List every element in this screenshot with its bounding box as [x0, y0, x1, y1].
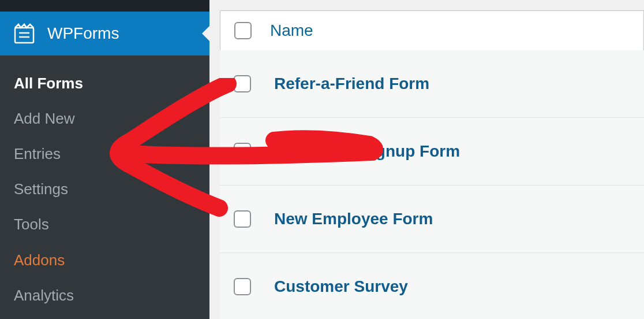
table-row: Customer Survey [220, 253, 644, 319]
table-header: Name [220, 10, 644, 50]
column-name[interactable]: Name [270, 21, 313, 40]
brand-header[interactable]: WPForms [0, 12, 209, 55]
menu-analytics[interactable]: Analytics [0, 278, 209, 313]
row-checkbox[interactable] [234, 278, 251, 295]
table-row: New Employee Form [220, 186, 644, 253]
menu-all-forms[interactable]: All Forms [0, 66, 209, 101]
row-checkbox[interactable] [234, 210, 251, 228]
svg-rect-0 [15, 28, 33, 43]
top-bar [0, 0, 209, 12]
wpforms-icon [13, 22, 36, 45]
form-link[interactable]: Refer-a-Friend Form [274, 75, 429, 93]
menu-add-new[interactable]: Add New [0, 101, 209, 136]
brand-title: WPForms [47, 24, 119, 43]
row-checkbox[interactable] [234, 143, 251, 160]
form-link[interactable]: Customer Survey [274, 277, 408, 296]
row-checkbox[interactable] [234, 75, 251, 92]
main-content: Name Refer-a-Friend Form Newsletter Sign… [209, 0, 644, 319]
form-list: Refer-a-Friend Form Newsletter Signup Fo… [220, 50, 644, 319]
sidebar-menu: All Forms Add New Entries Settings Tools… [0, 55, 209, 319]
menu-addons[interactable]: Addons [0, 243, 209, 278]
admin-sidebar: WPForms All Forms Add New Entries Settin… [0, 0, 209, 319]
table-row: Refer-a-Friend Form [220, 50, 644, 118]
menu-tools[interactable]: Tools [0, 207, 209, 242]
form-link[interactable]: Newsletter Signup Form [274, 142, 460, 161]
menu-entries[interactable]: Entries [0, 136, 209, 172]
menu-settings[interactable]: Settings [0, 172, 209, 207]
form-link[interactable]: New Employee Form [274, 210, 433, 228]
select-all-checkbox[interactable] [234, 22, 252, 39]
table-row: Newsletter Signup Form [220, 118, 644, 186]
